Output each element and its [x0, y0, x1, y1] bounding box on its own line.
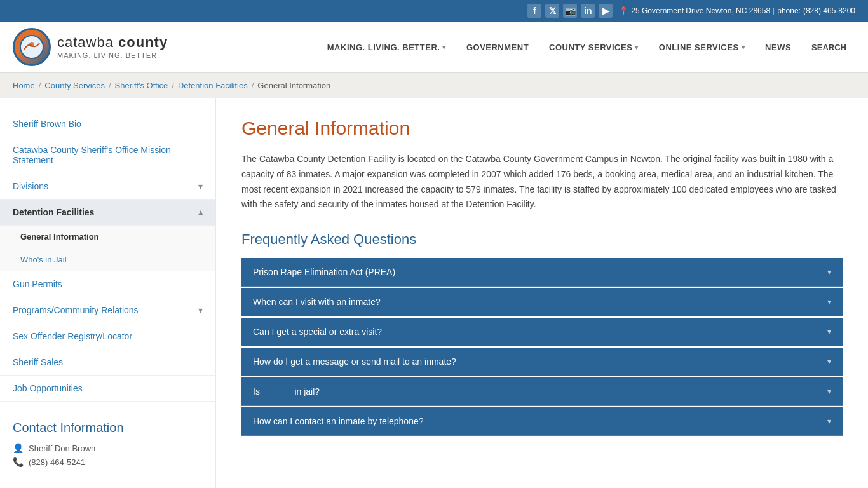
sidebar-item-sheriff-bio[interactable]: Sheriff Brown Bio: [0, 111, 215, 137]
location-pin-icon: 📍: [619, 6, 628, 15]
chevron-down-icon: ▾: [742, 44, 745, 51]
sidebar-label-detention: Detention Facilities: [13, 207, 94, 217]
faq-item-prea[interactable]: Prison Rape Elimination Act (PREA) ▾: [241, 258, 843, 287]
faq-item-mail[interactable]: How do I get a message or send mail to a…: [241, 348, 843, 376]
breadcrumb-current: General Information: [257, 81, 330, 90]
nav-online-services-label: ONLINE SERVICES: [659, 43, 739, 52]
faq-question-in-jail: Is ______ in jail?: [253, 386, 320, 396]
breadcrumb-sep-4: /: [252, 81, 254, 90]
nav-news-label: NEWS: [765, 43, 791, 52]
nav-online-services[interactable]: ONLINE SERVICES ▾: [650, 37, 754, 57]
faq-question-visit: When can I visit with an inmate?: [253, 297, 381, 307]
logo-area[interactable]: catawba county MAKING. LIVING. BETTER.: [13, 28, 168, 66]
svg-point-1: [29, 42, 34, 47]
page-layout: Sheriff Brown Bio Catawba County Sheriff…: [0, 98, 868, 488]
contact-name-row: 👤 Sheriff Don Brown: [13, 443, 203, 453]
faq-question-telephone: How can I contact an inmate by telephone…: [253, 416, 424, 426]
faq-question-prea: Prison Rape Elimination Act (PREA): [253, 267, 395, 277]
breadcrumb: Home / County Services / Sheriff's Offic…: [0, 73, 868, 98]
phone-label: phone:: [777, 6, 801, 15]
divider: |: [773, 6, 775, 15]
tagline-text: MAKING. LIVING. BETTER.: [57, 51, 168, 60]
linkedin-icon[interactable]: in: [581, 4, 595, 18]
sidebar: Sheriff Brown Bio Catawba County Sheriff…: [0, 98, 216, 488]
breadcrumb-home[interactable]: Home: [13, 81, 35, 90]
sidebar-item-sheriff-sales[interactable]: Sheriff Sales: [0, 349, 215, 376]
person-icon: 👤: [13, 443, 24, 453]
chevron-down-icon: ▾: [827, 417, 831, 426]
sidebar-item-programs[interactable]: Programs/Community Relations ▾: [0, 297, 215, 323]
nav-news[interactable]: NEWS: [756, 37, 800, 57]
sidebar-label-sheriff-bio: Sheriff Brown Bio: [13, 119, 81, 129]
faq-section-title: Frequently Asked Questions: [241, 231, 843, 248]
sidebar-sub-general-info[interactable]: General Information: [0, 226, 215, 248]
logo-text: catawba county MAKING. LIVING. BETTER.: [57, 34, 168, 60]
phone-number: (828) 465-8200: [803, 6, 855, 15]
sidebar-sub-whos-in-jail[interactable]: Who's in Jail: [0, 248, 215, 271]
sidebar-item-gun-permits[interactable]: Gun Permits: [0, 271, 215, 297]
breadcrumb-sep-3: /: [172, 81, 174, 90]
nav-making-label: MAKING. LIVING. BETTER.: [327, 43, 440, 52]
twitter-icon[interactable]: 𝕏: [545, 4, 559, 18]
nav-county-services-label: COUNTY SERVICES: [549, 43, 632, 52]
nav-county-services[interactable]: COUNTY SERVICES ▾: [540, 37, 648, 57]
contact-info-title: Contact Information: [13, 421, 203, 435]
chevron-down-icon: ▾: [198, 181, 203, 191]
chevron-down-icon: ▾: [827, 327, 831, 336]
sidebar-item-mission[interactable]: Catawba County Sheriff's Office Mission …: [0, 137, 215, 173]
page-title: General Information: [241, 118, 843, 139]
social-icons: f 𝕏 📷 in ▶: [527, 4, 613, 18]
chevron-down-icon: ▾: [635, 44, 639, 51]
sidebar-label-programs: Programs/Community Relations: [13, 305, 139, 315]
address-text: 25 Government Drive Newton, NC 28658: [631, 6, 770, 15]
sidebar-label-job-opps: Job Opportunities: [13, 383, 83, 393]
chevron-up-icon: ▴: [198, 207, 203, 217]
sidebar-item-sex-offender[interactable]: Sex Offender Registry/Locator: [0, 323, 215, 349]
logo-icon: [13, 28, 51, 66]
main-navigation: MAKING. LIVING. BETTER. ▾ GOVERNMENT COU…: [318, 37, 855, 57]
chevron-down-icon: ▾: [198, 305, 203, 315]
county-name-text: catawba county: [57, 34, 168, 51]
contact-phone-row: 📞 (828) 464-5241: [13, 457, 203, 467]
intro-paragraph: The Catawba County Detention Facility is…: [241, 152, 843, 212]
sidebar-label-divisions: Divisions: [13, 181, 48, 191]
chevron-down-icon: ▾: [827, 357, 831, 366]
youtube-icon[interactable]: ▶: [599, 4, 613, 18]
address-bar: 📍 25 Government Drive Newton, NC 28658 |…: [619, 6, 855, 15]
faq-list: Prison Rape Elimination Act (PREA) ▾ Whe…: [241, 258, 843, 436]
faq-item-visit[interactable]: When can I visit with an inmate? ▾: [241, 288, 843, 316]
main-content: General Information The Catawba County D…: [216, 98, 868, 488]
breadcrumb-sep-1: /: [39, 81, 41, 90]
faq-item-special-visit[interactable]: Can I get a special or extra visit? ▾: [241, 318, 843, 346]
sidebar-item-detention[interactable]: Detention Facilities ▴: [0, 200, 215, 226]
chevron-down-icon: ▾: [827, 297, 831, 306]
faq-item-telephone[interactable]: How can I contact an inmate by telephone…: [241, 407, 843, 436]
nav-government-label: GOVERNMENT: [466, 43, 529, 52]
nav-government[interactable]: GOVERNMENT: [458, 37, 538, 57]
faq-item-in-jail[interactable]: Is ______ in jail? ▾: [241, 377, 843, 406]
nav-making-living[interactable]: MAKING. LIVING. BETTER. ▾: [318, 37, 455, 57]
sidebar-label-gun-permits: Gun Permits: [13, 279, 62, 289]
instagram-icon[interactable]: 📷: [563, 4, 577, 18]
breadcrumb-sep-2: /: [109, 81, 111, 90]
contact-phone: (828) 464-5241: [29, 458, 85, 467]
faq-question-special-visit: Can I get a special or extra visit?: [253, 327, 382, 337]
sidebar-item-divisions[interactable]: Divisions ▾: [0, 173, 215, 200]
contact-info-section: Contact Information 👤 Sheriff Don Brown …: [0, 408, 215, 484]
chevron-down-icon: ▾: [827, 387, 831, 396]
breadcrumb-sheriff-office[interactable]: Sheriff's Office: [115, 81, 168, 90]
contact-name: Sheriff Don Brown: [29, 444, 95, 453]
sidebar-label-mission: Catawba County Sheriff's Office Mission …: [13, 145, 203, 165]
faq-question-mail: How do I get a message or send mail to a…: [253, 356, 456, 367]
breadcrumb-county-services[interactable]: County Services: [44, 81, 105, 90]
facebook-icon[interactable]: f: [527, 4, 541, 18]
sidebar-label-sheriff-sales: Sheriff Sales: [13, 357, 63, 367]
sidebar-detention-submenu: General Information Who's in Jail: [0, 226, 215, 271]
breadcrumb-detention[interactable]: Detention Facilities: [178, 81, 248, 90]
sidebar-item-job-opps[interactable]: Job Opportunities: [0, 376, 215, 402]
site-header: catawba county MAKING. LIVING. BETTER. M…: [0, 22, 868, 73]
sidebar-label-sex-offender: Sex Offender Registry/Locator: [13, 331, 132, 341]
phone-icon: 📞: [13, 457, 24, 467]
chevron-down-icon: ▾: [827, 268, 831, 276]
nav-search-button[interactable]: SEARCH: [803, 37, 855, 57]
